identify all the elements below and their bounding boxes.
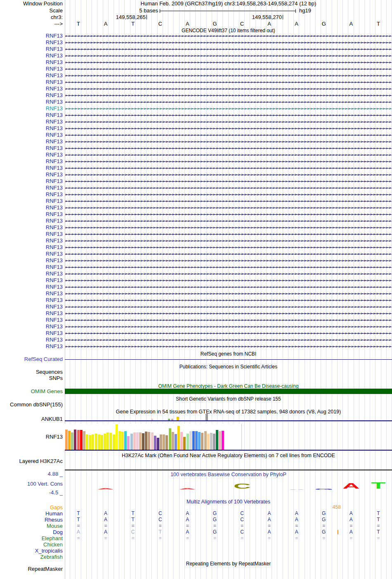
gene-transcript-row[interactable]: >>>>>>>>>>>>>>>>>>>>>>>>>>>>>>>>>>>>>>>>… [65,271,392,277]
rnf13-baseline[interactable] [65,450,392,451]
gene-transcript-row[interactable]: >>>>>>>>>>>>>>>>>>>>>>>>>>>>>>>>>>>>>>>>… [65,323,392,330]
gtex-tissue-bar[interactable] [165,435,168,450]
gene-transcript-row[interactable]: >>>>>>>>>>>>>>>>>>>>>>>>>>>>>>>>>>>>>>>>… [65,204,392,211]
gene-transcript-row[interactable]: >>>>>>>>>>>>>>>>>>>>>>>>>>>>>>>>>>>>>>>>… [65,85,392,92]
gtex-tissue-bar[interactable] [187,434,189,450]
gtex-tissue-bar[interactable] [98,434,100,450]
gene-transcript-row[interactable]: >>>>>>>>>>>>>>>>>>>>>>>>>>>>>>>>>>>>>>>>… [65,218,392,224]
gtex-tissue-bar[interactable] [118,431,121,450]
gene-transcript-row[interactable]: >>>>>>>>>>>>>>>>>>>>>>>>>>>>>>>>>>>>>>>>… [65,152,392,158]
gene-transcript-row[interactable]: >>>>>>>>>>>>>>>>>>>>>>>>>>>>>>>>>>>>>>>>… [65,244,392,251]
gtex-tissue-bar[interactable] [71,432,73,450]
gene-transcript-row[interactable]: >>>>>>>>>>>>>>>>>>>>>>>>>>>>>>>>>>>>>>>>… [65,165,392,171]
gene-transcript-row[interactable]: >>>>>>>>>>>>>>>>>>>>>>>>>>>>>>>>>>>>>>>>… [65,125,392,132]
gtex-tissue-bar[interactable] [219,431,221,450]
gtex-tissue-bar[interactable] [216,430,218,450]
gtex-tissue-bar[interactable] [113,434,115,450]
gene-transcript-row[interactable]: >>>>>>>>>>>>>>>>>>>>>>>>>>>>>>>>>>>>>>>>… [65,257,392,264]
gene-transcript-row[interactable]: >>>>>>>>>>>>>>>>>>>>>>>>>>>>>>>>>>>>>>>>… [65,284,392,290]
gtex-tissue-bar[interactable] [74,430,76,450]
gene-transcript-row[interactable]: >>>>>>>>>>>>>>>>>>>>>>>>>>>>>>>>>>>>>>>>… [65,337,392,343]
gtex-tissue-bar[interactable] [192,431,195,450]
gene-transcript-row[interactable]: >>>>>>>>>>>>>>>>>>>>>>>>>>>>>>>>>>>>>>>>… [65,237,392,244]
gtex-tissue-bar[interactable] [133,432,136,450]
gtex-tissue-bar[interactable] [195,431,198,450]
gtex-tissue-bar[interactable] [201,433,203,450]
gtex-tissue-bar[interactable] [106,432,109,450]
gtex-tissue-bar[interactable] [116,424,118,450]
gene-transcript-row[interactable]: >>>>>>>>>>>>>>>>>>>>>>>>>>>>>>>>>>>>>>>>… [65,231,392,237]
gtex-tissue-bar[interactable] [92,434,94,450]
refseq-curated-feature-line[interactable] [65,359,392,360]
gene-transcript-row[interactable]: >>>>>>>>>>>>>>>>>>>>>>>>>>>>>>>>>>>>>>>>… [65,198,392,204]
gtex-tissue-bar[interactable] [207,434,210,450]
gene-transcript-row[interactable]: >>>>>>>>>>>>>>>>>>>>>>>>>>>>>>>>>>>>>>>>… [65,138,392,145]
gtex-tissue-bar[interactable] [121,432,124,450]
gtex-tissue-bar[interactable] [104,434,106,450]
gtex-tissue-bar[interactable] [222,431,224,450]
gtex-tissue-bar[interactable] [89,435,91,450]
gtex-tissue-bar[interactable] [189,431,192,450]
gtex-tissue-bar[interactable] [130,434,133,450]
gtex-tissue-bar[interactable] [65,430,68,450]
gene-transcript-row[interactable]: >>>>>>>>>>>>>>>>>>>>>>>>>>>>>>>>>>>>>>>>… [65,251,392,257]
gene-transcript-row[interactable]: >>>>>>>>>>>>>>>>>>>>>>>>>>>>>>>>>>>>>>>>… [65,158,392,165]
gtex-tissue-bar[interactable] [157,438,159,450]
gtex-tissue-bar[interactable] [154,436,156,450]
gtex-tissue-bar[interactable] [172,432,174,450]
gtex-tissue-bar[interactable] [198,432,201,450]
gtex-tissue-bar[interactable] [183,437,186,450]
gtex-tissue-bar[interactable] [175,434,177,450]
gene-transcript-row[interactable]: >>>>>>>>>>>>>>>>>>>>>>>>>>>>>>>>>>>>>>>>… [65,297,392,304]
gtex-tissue-bar[interactable] [124,431,127,450]
gene-transcript-row[interactable]: >>>>>>>>>>>>>>>>>>>>>>>>>>>>>>>>>>>>>>>>… [65,46,392,52]
gtex-tissue-bar[interactable] [136,432,139,450]
gtex-tissue-bar[interactable] [142,433,144,450]
ankub1-tissue-bar[interactable] [205,414,208,420]
gene-transcript-row[interactable]: >>>>>>>>>>>>>>>>>>>>>>>>>>>>>>>>>>>>>>>>… [65,264,392,271]
ankub1-tissue-bar[interactable] [177,417,179,420]
gtex-tissue-bar[interactable] [77,430,80,450]
omim-gene-feature-bar[interactable] [65,389,392,394]
gtex-tissue-bar[interactable] [109,433,112,450]
gene-transcript-row[interactable]: >>>>>>>>>>>>>>>>>>>>>>>>>>>>>>>>>>>>>>>>… [65,343,392,350]
gtex-tissue-bar[interactable] [145,432,147,450]
gene-transcript-row[interactable]: >>>>>>>>>>>>>>>>>>>>>>>>>>>>>>>>>>>>>>>>… [65,171,392,178]
gene-transcript-row[interactable]: >>>>>>>>>>>>>>>>>>>>>>>>>>>>>>>>>>>>>>>>… [65,330,392,337]
gtex-tissue-bar[interactable] [151,432,153,450]
h3k27ac-baseline[interactable] [65,470,392,470]
gene-transcript-row[interactable]: >>>>>>>>>>>>>>>>>>>>>>>>>>>>>>>>>>>>>>>>… [65,132,392,138]
gene-transcript-row[interactable]: >>>>>>>>>>>>>>>>>>>>>>>>>>>>>>>>>>>>>>>>… [65,310,392,317]
gene-transcript-row[interactable]: >>>>>>>>>>>>>>>>>>>>>>>>>>>>>>>>>>>>>>>>… [65,119,392,125]
gtex-tissue-bar[interactable] [127,436,130,450]
gene-transcript-row[interactable]: >>>>>>>>>>>>>>>>>>>>>>>>>>>>>>>>>>>>>>>>… [65,33,392,39]
gtex-tissue-bar[interactable] [95,434,97,450]
gtex-tissue-bar[interactable] [213,434,215,450]
gene-transcript-row[interactable]: >>>>>>>>>>>>>>>>>>>>>>>>>>>>>>>>>>>>>>>>… [65,105,392,112]
gene-transcript-row[interactable]: >>>>>>>>>>>>>>>>>>>>>>>>>>>>>>>>>>>>>>>>… [65,92,392,99]
gene-transcript-row[interactable]: >>>>>>>>>>>>>>>>>>>>>>>>>>>>>>>>>>>>>>>>… [65,39,392,46]
gtex-tissue-bar[interactable] [139,432,142,450]
gtex-tissue-bar[interactable] [83,431,85,450]
gene-transcript-row[interactable]: >>>>>>>>>>>>>>>>>>>>>>>>>>>>>>>>>>>>>>>>… [65,317,392,323]
gene-transcript-row[interactable]: >>>>>>>>>>>>>>>>>>>>>>>>>>>>>>>>>>>>>>>>… [65,211,392,218]
gtex-tissue-bar[interactable] [177,426,180,450]
gene-transcript-row[interactable]: >>>>>>>>>>>>>>>>>>>>>>>>>>>>>>>>>>>>>>>>… [65,185,392,191]
gene-transcript-row[interactable]: >>>>>>>>>>>>>>>>>>>>>>>>>>>>>>>>>>>>>>>>… [65,277,392,284]
gene-transcript-row[interactable]: >>>>>>>>>>>>>>>>>>>>>>>>>>>>>>>>>>>>>>>>… [65,290,392,297]
gene-transcript-row[interactable]: >>>>>>>>>>>>>>>>>>>>>>>>>>>>>>>>>>>>>>>>… [65,112,392,119]
gene-transcript-row[interactable]: >>>>>>>>>>>>>>>>>>>>>>>>>>>>>>>>>>>>>>>>… [65,72,392,79]
gtex-tissue-bar[interactable] [163,434,165,450]
gtex-tissue-bar[interactable] [204,431,207,450]
gtex-tissue-bar[interactable] [169,428,171,450]
gene-transcript-row[interactable]: >>>>>>>>>>>>>>>>>>>>>>>>>>>>>>>>>>>>>>>>… [65,145,392,152]
gene-transcript-row[interactable]: >>>>>>>>>>>>>>>>>>>>>>>>>>>>>>>>>>>>>>>>… [65,99,392,105]
gtex-tissue-bar[interactable] [101,435,103,450]
gene-transcript-row[interactable]: >>>>>>>>>>>>>>>>>>>>>>>>>>>>>>>>>>>>>>>>… [65,224,392,231]
gtex-tissue-bar[interactable] [86,434,88,450]
gtex-tissue-bar[interactable] [180,432,183,450]
ankub1-baseline[interactable] [65,420,392,421]
gtex-tissue-bar[interactable] [160,434,162,450]
gtex-tissue-bar[interactable] [80,430,83,450]
gene-transcript-row[interactable]: >>>>>>>>>>>>>>>>>>>>>>>>>>>>>>>>>>>>>>>>… [65,52,392,59]
